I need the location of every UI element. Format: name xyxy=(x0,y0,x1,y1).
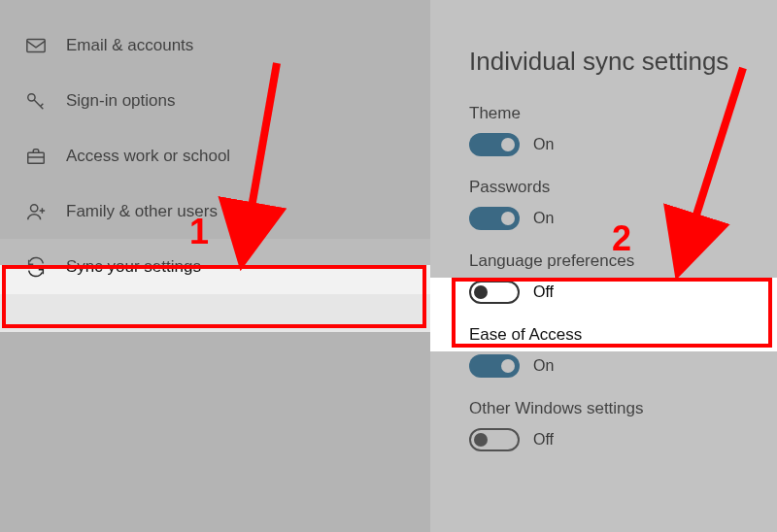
key-icon xyxy=(25,90,47,112)
sidebar-item-email-accounts[interactable]: Email & accounts xyxy=(0,17,430,73)
sidebar-item-label: Sync your settings xyxy=(66,257,201,277)
setting-theme: Theme On xyxy=(469,104,758,156)
toggle-theme[interactable] xyxy=(469,133,520,156)
mail-icon xyxy=(25,35,47,56)
settings-screenshot: Email & accounts Sign-in options Access … xyxy=(0,0,777,532)
sidebar-item-access-work-school[interactable]: Access work or school xyxy=(0,128,430,183)
setting-other-windows: Other Windows settings Off xyxy=(469,399,758,451)
toggle-passwords[interactable] xyxy=(469,207,520,230)
setting-label: Ease of Access xyxy=(469,325,758,345)
sidebar-item-label: Email & accounts xyxy=(66,36,193,55)
toggle-ease-of-access[interactable] xyxy=(469,354,520,378)
sidebar-item-sync-settings[interactable]: Sync your settings xyxy=(0,239,430,294)
toggle-state-text: On xyxy=(533,357,554,375)
setting-label: Language preferences xyxy=(469,251,758,271)
sidebar-item-label: Sign-in options xyxy=(66,91,175,111)
sidebar-item-signin-options[interactable]: Sign-in options xyxy=(0,73,430,128)
briefcase-icon xyxy=(25,146,47,167)
svg-rect-0 xyxy=(27,39,45,51)
section-heading: Individual sync settings xyxy=(469,47,758,77)
toggle-state-text: Off xyxy=(533,431,554,449)
sidebar-item-label: Family & other users xyxy=(66,202,218,221)
person-add-icon xyxy=(25,201,47,222)
toggle-state-text: On xyxy=(533,136,554,153)
sidebar-item-family-other-users[interactable]: Family & other users xyxy=(0,183,430,239)
svg-point-1 xyxy=(28,93,35,100)
toggle-state-text: Off xyxy=(533,283,554,301)
setting-passwords: Passwords On xyxy=(469,178,758,230)
svg-point-3 xyxy=(31,204,38,211)
setting-ease-of-access: Ease of Access On xyxy=(469,325,758,378)
toggle-language-preferences[interactable] xyxy=(469,281,520,304)
setting-label: Passwords xyxy=(469,178,758,197)
svg-rect-2 xyxy=(28,152,45,163)
toggle-other-windows[interactable] xyxy=(469,428,520,451)
sync-settings-panel: Individual sync settings Theme On Passwo… xyxy=(430,0,777,532)
sidebar-item-label: Access work or school xyxy=(66,147,230,166)
setting-label: Theme xyxy=(469,104,758,123)
accounts-sidebar: Email & accounts Sign-in options Access … xyxy=(0,0,430,532)
setting-language-preferences: Language preferences Off xyxy=(469,251,758,304)
sync-icon xyxy=(25,256,47,278)
toggle-state-text: On xyxy=(533,210,554,227)
setting-label: Other Windows settings xyxy=(469,399,758,418)
